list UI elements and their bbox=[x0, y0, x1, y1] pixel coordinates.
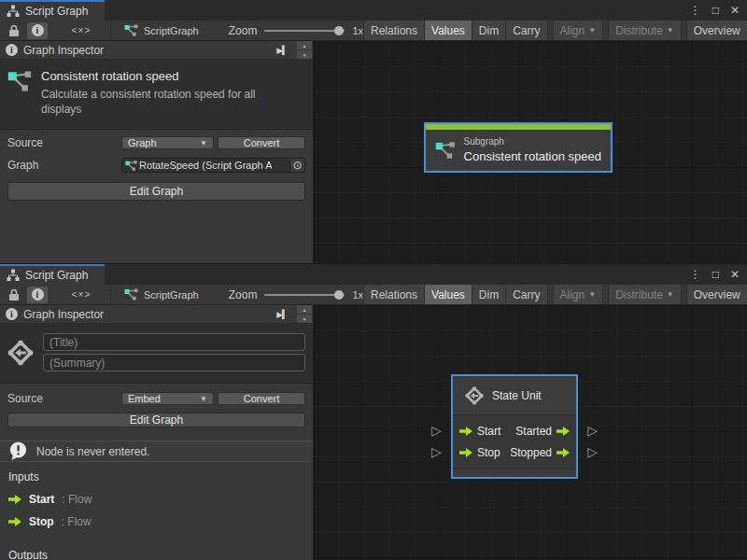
port-triangle-icon[interactable]: ▷ bbox=[587, 424, 598, 437]
overview-button[interactable]: Overview bbox=[686, 21, 747, 40]
info-icon: i bbox=[32, 24, 44, 36]
source-row: Source Embed ▼ Convert bbox=[7, 392, 305, 405]
zoom-slider-knob[interactable] bbox=[334, 26, 344, 35]
input-row-start: Start : Flow bbox=[8, 493, 304, 506]
state-unit-node[interactable]: ▷ ▷ ▷ ▷ State Unit Start Started bbox=[451, 374, 578, 479]
flow-arrow-icon[interactable] bbox=[459, 427, 472, 436]
lock-button[interactable] bbox=[4, 22, 24, 39]
dock-panel-icon[interactable]: ▶▍ bbox=[273, 44, 291, 57]
code-icon: <×> bbox=[72, 289, 92, 300]
zoom-value: 1x bbox=[352, 289, 363, 301]
subgraph-node[interactable]: Subgraph Consistent rotation speed bbox=[424, 122, 613, 173]
window-controls: ⋮ □ ✕ bbox=[690, 0, 740, 21]
graph-canvas[interactable]: Subgraph Consistent rotation speed bbox=[314, 41, 747, 263]
inspector-title: Graph Inspector bbox=[23, 44, 104, 57]
breadcrumb-label: ScriptGraph bbox=[144, 289, 199, 301]
convert-button[interactable]: Convert bbox=[218, 392, 305, 405]
maximize-icon[interactable]: □ bbox=[712, 269, 719, 280]
info-icon: i bbox=[6, 44, 18, 56]
convert-button[interactable]: Convert bbox=[218, 136, 305, 149]
inspector-toggle-button[interactable]: i bbox=[27, 22, 48, 39]
tab-script-graph[interactable]: Script Graph bbox=[0, 0, 105, 21]
relations-button[interactable]: Relations bbox=[363, 285, 424, 304]
values-button[interactable]: Values bbox=[424, 21, 472, 40]
warning-bubble-icon bbox=[8, 441, 28, 461]
object-picker-icon[interactable]: ⊙ bbox=[289, 159, 304, 172]
overview-button[interactable]: Overview bbox=[686, 285, 747, 304]
script-graph-icon bbox=[124, 287, 138, 301]
values-button[interactable]: Values bbox=[424, 285, 472, 304]
tab-bar: Script Graph ⋮ □ ✕ bbox=[0, 264, 747, 285]
tab-bar: Script Graph ⋮ □ ✕ bbox=[0, 0, 747, 21]
graph-inspector-panel: i Graph Inspector ▶▍ ▲ ▼ Consistent rota… bbox=[0, 41, 314, 263]
dock-panel-icon[interactable]: ▶▍ bbox=[273, 308, 291, 321]
source-dropdown[interactable]: Embed ▼ bbox=[121, 392, 214, 405]
zoom-control: Zoom 1x bbox=[208, 285, 363, 304]
inspector-title: Graph Inspector bbox=[23, 308, 104, 321]
zoom-slider[interactable] bbox=[264, 30, 345, 32]
scroll-buttons: ▲ ▼ bbox=[297, 305, 312, 323]
graph-object-field[interactable]: RotateSpeed (Script Graph A ⊙ bbox=[121, 158, 305, 173]
summary-input[interactable] bbox=[43, 354, 305, 371]
lock-icon bbox=[8, 288, 20, 301]
tab-script-graph[interactable]: Script Graph bbox=[0, 264, 105, 285]
toolbar-buttons: Relations Values Dim Carry Align▼ Distri… bbox=[363, 285, 747, 304]
scroll-down-icon[interactable]: ▼ bbox=[297, 50, 312, 59]
menu-icon[interactable]: ⋮ bbox=[690, 269, 701, 280]
distribute-dropdown[interactable]: Distribute▼ bbox=[608, 285, 682, 304]
tab-label: Script Graph bbox=[25, 269, 88, 282]
scroll-up-icon[interactable]: ▲ bbox=[297, 41, 312, 49]
breadcrumb-label: ScriptGraph bbox=[144, 25, 199, 36]
port-triangle-icon[interactable]: ▷ bbox=[431, 445, 442, 458]
inspector-toggle-button[interactable]: i bbox=[27, 287, 48, 303]
zoom-value: 1x bbox=[352, 25, 363, 36]
flow-arrow-icon[interactable] bbox=[557, 427, 570, 436]
zoom-label: Zoom bbox=[229, 24, 258, 37]
breadcrumb[interactable]: ScriptGraph bbox=[110, 285, 208, 304]
lock-icon bbox=[8, 24, 20, 37]
menu-icon[interactable]: ⋮ bbox=[690, 5, 701, 16]
chevron-down-icon: ▼ bbox=[667, 26, 674, 35]
graph-summary-block: Consistent rotation speed Calculate a co… bbox=[0, 60, 313, 130]
source-dropdown[interactable]: Graph ▼ bbox=[121, 136, 214, 149]
flow-arrow-icon[interactable] bbox=[459, 448, 472, 457]
warning-text: Node is never entered. bbox=[36, 445, 149, 458]
close-icon[interactable]: ✕ bbox=[730, 5, 740, 16]
dim-button[interactable]: Dim bbox=[472, 21, 505, 40]
edit-graph-button[interactable]: Edit Graph bbox=[7, 413, 305, 427]
chevron-down-icon: ▼ bbox=[200, 139, 207, 147]
title-input[interactable] bbox=[43, 333, 305, 351]
port-triangle-icon[interactable]: ▷ bbox=[431, 424, 442, 437]
code-view-button[interactable]: <×> bbox=[71, 287, 92, 303]
dim-button[interactable]: Dim bbox=[472, 285, 505, 304]
graph-field-label: Graph bbox=[7, 159, 121, 172]
edit-graph-button[interactable]: Edit Graph bbox=[7, 182, 305, 201]
zoom-slider-knob[interactable] bbox=[334, 290, 344, 300]
node-title-label: Consistent rotation speed bbox=[464, 149, 601, 163]
carry-button[interactable]: Carry bbox=[505, 21, 547, 40]
carry-button[interactable]: Carry bbox=[505, 285, 547, 304]
graph-toolbar: i <×> ScriptGraph Zoom 1x Relations Valu… bbox=[0, 21, 747, 41]
chevron-down-icon: ▼ bbox=[200, 395, 207, 403]
scroll-down-icon[interactable]: ▼ bbox=[297, 315, 312, 323]
align-dropdown[interactable]: Align▼ bbox=[553, 21, 604, 40]
graph-title: Consistent rotation speed bbox=[41, 69, 291, 83]
graph-canvas[interactable]: ▷ ▷ ▷ ▷ State Unit Start Started bbox=[314, 305, 747, 560]
inputs-header: Inputs bbox=[8, 470, 304, 483]
maximize-icon[interactable]: □ bbox=[712, 5, 719, 16]
close-icon[interactable]: ✕ bbox=[730, 269, 740, 280]
node-port-row-start: Start Started bbox=[459, 420, 570, 441]
inputs-section: Inputs Start : Flow Stop : Flow bbox=[0, 462, 313, 528]
lock-button[interactable] bbox=[4, 287, 24, 303]
align-dropdown[interactable]: Align▼ bbox=[553, 285, 604, 304]
flow-arrow-icon[interactable] bbox=[557, 448, 570, 457]
breadcrumb[interactable]: ScriptGraph bbox=[110, 21, 208, 40]
warning-box: Node is never entered. bbox=[0, 441, 313, 462]
relations-button[interactable]: Relations bbox=[363, 21, 424, 40]
chevron-down-icon: ▼ bbox=[588, 290, 596, 299]
code-view-button[interactable]: <×> bbox=[71, 22, 92, 39]
distribute-dropdown[interactable]: Distribute▼ bbox=[608, 21, 682, 40]
port-triangle-icon[interactable]: ▷ bbox=[587, 445, 598, 458]
zoom-slider[interactable] bbox=[264, 294, 345, 296]
scroll-up-icon[interactable]: ▲ bbox=[297, 305, 312, 314]
